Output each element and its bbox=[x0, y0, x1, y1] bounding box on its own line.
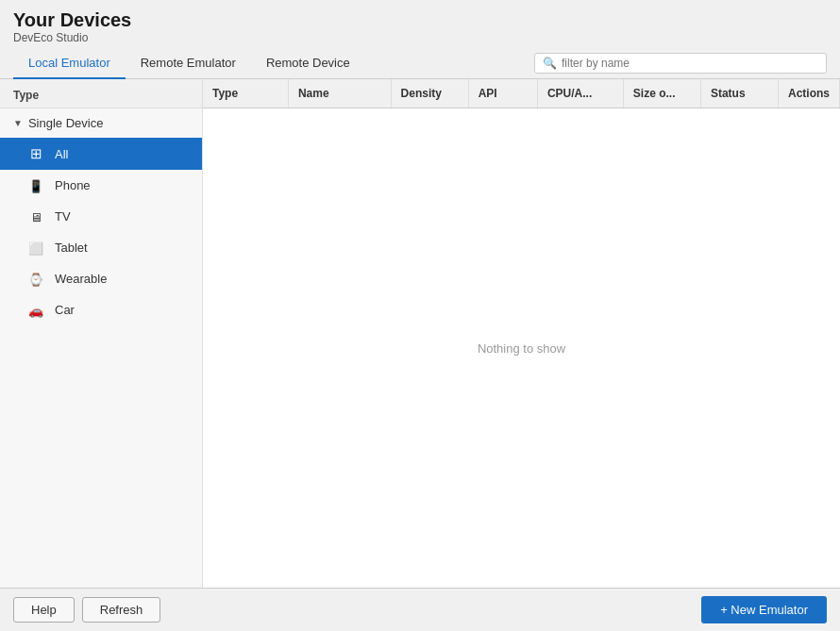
sidebar: Type ▼ Single Device All Phone TV Tablet… bbox=[0, 79, 203, 588]
sidebar-item-tv[interactable]: TV bbox=[0, 201, 202, 232]
tablet-icon bbox=[26, 240, 45, 256]
window-title: Your Devices bbox=[13, 9, 827, 31]
table-header: Type Name Density API CPU/A... Size o...… bbox=[203, 79, 840, 108]
sidebar-item-wearable[interactable]: Wearable bbox=[0, 263, 202, 294]
phone-icon bbox=[26, 177, 45, 193]
all-devices-icon bbox=[26, 145, 45, 162]
sidebar-item-phone[interactable]: Phone bbox=[0, 170, 202, 201]
sidebar-section-label: Single Device bbox=[28, 116, 104, 130]
search-input[interactable] bbox=[562, 57, 818, 70]
search-box: 🔍 bbox=[534, 53, 827, 74]
sidebar-item-car[interactable]: Car bbox=[0, 294, 202, 325]
car-icon bbox=[26, 302, 45, 318]
table-body-empty: Nothing to show bbox=[203, 108, 840, 588]
new-emulator-button[interactable]: + New Emulator bbox=[701, 596, 827, 623]
tabs: Local Emulator Remote Emulator Remote De… bbox=[13, 48, 365, 78]
tab-remote-emulator[interactable]: Remote Emulator bbox=[126, 48, 251, 79]
sidebar-item-tablet-label: Tablet bbox=[55, 241, 88, 255]
sidebar-item-all-label: All bbox=[55, 147, 68, 161]
sidebar-item-phone-label: Phone bbox=[55, 178, 91, 192]
empty-message: Nothing to show bbox=[478, 341, 565, 356]
new-emulator-label: + New Emulator bbox=[720, 603, 808, 617]
help-button[interactable]: Help bbox=[13, 597, 75, 623]
content-area: Type Name Density API CPU/A... Size o...… bbox=[203, 79, 840, 588]
col-header-actions: Actions bbox=[779, 79, 840, 108]
wearable-icon bbox=[26, 271, 45, 287]
search-icon: 🔍 bbox=[543, 57, 557, 70]
sidebar-item-tablet[interactable]: Tablet bbox=[0, 232, 202, 263]
col-header-status: Status bbox=[701, 79, 779, 108]
main-content: Type ▼ Single Device All Phone TV Tablet… bbox=[0, 79, 840, 588]
tab-local-emulator[interactable]: Local Emulator bbox=[13, 48, 126, 79]
col-header-name: Name bbox=[289, 79, 392, 108]
bottom-left-actions: Help Refresh bbox=[13, 597, 160, 623]
bottom-bar: Help Refresh + New Emulator bbox=[0, 588, 840, 631]
tab-bar: Local Emulator Remote Emulator Remote De… bbox=[0, 48, 840, 79]
col-header-api: API bbox=[469, 79, 538, 108]
sidebar-item-wearable-label: Wearable bbox=[55, 272, 107, 286]
tv-icon bbox=[26, 208, 45, 224]
tab-remote-device[interactable]: Remote Device bbox=[251, 48, 365, 79]
col-header-type: Type bbox=[203, 79, 289, 108]
title-bar: Your Devices DevEco Studio bbox=[0, 0, 840, 48]
sidebar-header: Type bbox=[0, 79, 202, 108]
sidebar-item-all[interactable]: All bbox=[0, 138, 202, 170]
window-subtitle: DevEco Studio bbox=[13, 31, 827, 44]
col-header-cpu: CPU/A... bbox=[538, 79, 624, 108]
sidebar-item-car-label: Car bbox=[55, 303, 75, 317]
col-header-size: Size o... bbox=[624, 79, 701, 108]
refresh-button[interactable]: Refresh bbox=[82, 597, 161, 623]
col-header-density: Density bbox=[392, 79, 469, 108]
sidebar-section-toggle[interactable]: ▼ Single Device bbox=[0, 108, 202, 138]
sidebar-item-tv-label: TV bbox=[55, 209, 71, 224]
chevron-down-icon: ▼ bbox=[13, 118, 23, 128]
